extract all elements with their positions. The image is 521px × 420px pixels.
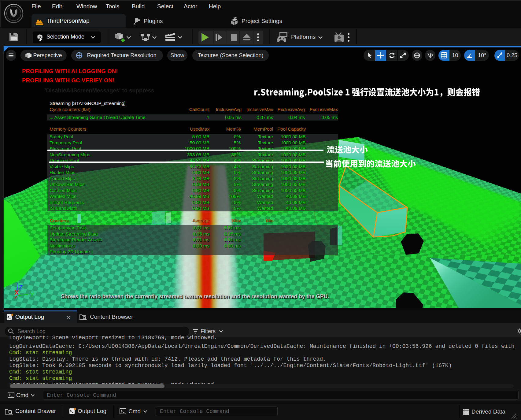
- svg-text:Y: Y: [30, 291, 34, 298]
- svg-text:Z: Z: [19, 284, 23, 291]
- svg-text:X: X: [14, 289, 19, 296]
